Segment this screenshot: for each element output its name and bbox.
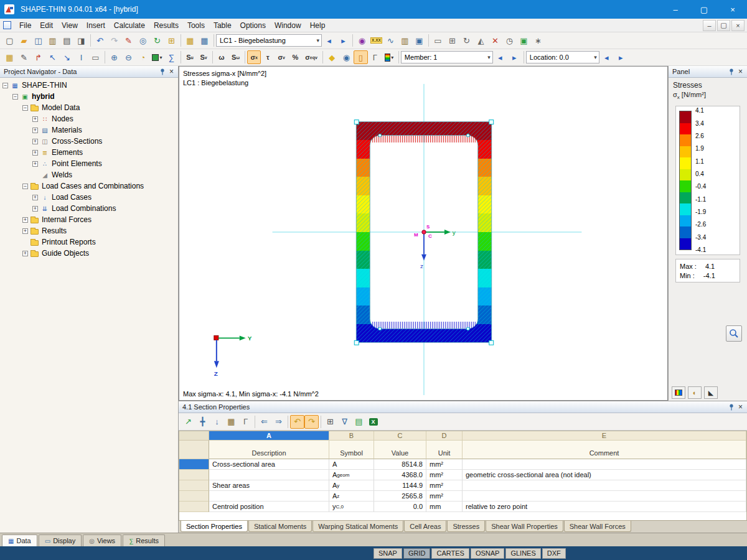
menu-options[interactable]: Options: [236, 19, 270, 32]
menu-results[interactable]: Results: [149, 19, 183, 32]
previous-member-button[interactable]: ◂: [493, 50, 507, 64]
redo-button[interactable]: ↷: [107, 34, 121, 47]
pin-icon[interactable]: [726, 68, 736, 75]
graphics-window[interactable]: y z S M C Y: [179, 66, 668, 401]
zoom-in-button[interactable]: ⊕: [107, 50, 121, 64]
cell-symbol[interactable]: Az: [329, 491, 374, 502]
menu-help[interactable]: Help: [306, 19, 330, 32]
minimize-button[interactable]: –: [661, 0, 690, 19]
render-button[interactable]: ▣: [517, 34, 531, 47]
next-load-case-button[interactable]: ▸: [336, 34, 350, 47]
status-toggle-grid[interactable]: GRID: [403, 548, 431, 559]
navigator-tab-data[interactable]: ▦Data: [2, 534, 37, 546]
stress-sigma-eqv-button[interactable]: σeqv: [302, 50, 321, 64]
cell-unit[interactable]: mm²: [426, 480, 463, 491]
status-toggle-cartes[interactable]: CARTES: [431, 548, 469, 559]
open-button[interactable]: ▰: [17, 34, 31, 47]
edit-pen-button[interactable]: ✎: [121, 34, 136, 47]
row-header-3[interactable]: [179, 480, 209, 491]
previous-location-button[interactable]: ◂: [599, 50, 614, 64]
grid-button[interactable]: ⊞: [445, 34, 459, 47]
expand-icon[interactable]: +: [32, 195, 38, 200]
show-results-button[interactable]: ◉: [355, 34, 369, 47]
cut-view-button[interactable]: ✕: [488, 34, 502, 47]
print-button[interactable]: ▤: [60, 34, 74, 47]
sum-button[interactable]: ∑: [164, 50, 179, 64]
tree-item-internal-forces[interactable]: +Internal Forces: [0, 214, 178, 225]
zoom-out-button[interactable]: ⊖: [121, 50, 136, 64]
table-merge-button[interactable]: ▦: [224, 415, 238, 429]
column-header-b[interactable]: B: [329, 431, 374, 441]
table-first-button[interactable]: ⇐: [257, 415, 271, 429]
tree-item-model-data[interactable]: −Model Data: [0, 102, 178, 113]
column-header-c[interactable]: C: [374, 431, 426, 441]
tree-item-elements[interactable]: +≣Elements: [0, 147, 178, 158]
collapse-icon[interactable]: −: [22, 184, 28, 189]
result-values-button[interactable]: X.XX: [369, 34, 383, 47]
next-member-button[interactable]: ▸: [507, 50, 522, 64]
location-combo[interactable]: Location: 0.0▾: [526, 51, 599, 63]
visibility-button[interactable]: ▭: [431, 34, 445, 47]
cell-comment[interactable]: relative to zero point: [463, 502, 746, 512]
cell-description[interactable]: Cross-sectional area: [209, 459, 329, 470]
print-preview-button[interactable]: ◨: [74, 34, 88, 47]
regenerate-button[interactable]: ↻: [150, 34, 164, 47]
row-header-1[interactable]: [179, 459, 209, 470]
expand-icon[interactable]: +: [32, 150, 38, 156]
cell-value[interactable]: 1144.9: [374, 480, 426, 491]
cell-symbol[interactable]: Ay: [329, 480, 374, 491]
stress-sv-button[interactable]: Sv: [197, 50, 210, 64]
expand-icon[interactable]: +: [32, 161, 38, 167]
pin-icon[interactable]: [157, 68, 167, 75]
cell-description[interactable]: Centroid position: [209, 502, 329, 512]
menu-edit[interactable]: Edit: [35, 19, 57, 32]
max-result-button[interactable]: ◆: [325, 50, 339, 64]
cell-unit[interactable]: mm²: [426, 470, 463, 480]
menu-view[interactable]: View: [57, 19, 82, 32]
mirror-view-button[interactable]: ◭: [474, 34, 488, 47]
expand-icon[interactable]: +: [32, 206, 38, 212]
table-tab-statical-moments[interactable]: Statical Moments: [248, 521, 312, 532]
table-edit-button[interactable]: ▦: [2, 50, 17, 64]
new-file-button[interactable]: ▢: [2, 34, 17, 47]
cell-comment[interactable]: [463, 491, 746, 502]
row-header-5[interactable]: [179, 502, 209, 512]
frame-corner-button[interactable]: Γ: [368, 50, 382, 64]
insert-node-button[interactable]: ↱: [31, 50, 45, 64]
stress-sigma-v-button[interactable]: σv: [275, 50, 288, 64]
tree-item-hybrid[interactable]: −▣hybrid: [0, 91, 178, 102]
close-icon[interactable]: ×: [736, 403, 745, 411]
load-case-combo[interactable]: LC1 - Biegebelastung▾: [216, 34, 322, 47]
table-tab-stresses[interactable]: Stresses: [447, 521, 485, 532]
section-ibeam-button[interactable]: I: [74, 50, 88, 64]
tree-item-welds[interactable]: ◢Welds: [0, 169, 178, 180]
expand-icon[interactable]: +: [32, 128, 38, 133]
column-header-a[interactable]: A: [209, 431, 329, 441]
cell-unit[interactable]: mm: [426, 502, 463, 512]
zoom-details-button[interactable]: [726, 325, 742, 342]
table-chart-button[interactable]: ▤: [352, 415, 366, 429]
tree-item-point-elements[interactable]: +∴Point Elements: [0, 158, 178, 169]
display-properties-button[interactable]: ◐: [688, 386, 702, 399]
cell-value[interactable]: 0.0: [374, 502, 426, 512]
tree-item-guide-objects[interactable]: +Guide Objects: [0, 248, 178, 259]
navigator-tab-views[interactable]: ◎Views: [83, 534, 121, 546]
cell-value[interactable]: 4368.0: [374, 470, 426, 480]
mdi-close-button[interactable]: ×: [731, 20, 745, 31]
expand-icon[interactable]: +: [22, 251, 28, 256]
section-view[interactable]: y z S M C Y: [179, 67, 667, 400]
select-region-button[interactable]: ▭: [88, 50, 103, 64]
panel-toggle-button[interactable]: ▯: [354, 50, 368, 64]
table-tab-cell-areas[interactable]: Cell Areas: [404, 521, 446, 532]
status-toggle-osnap[interactable]: OSNAP: [471, 548, 505, 559]
stress-omega-button[interactable]: ω: [215, 50, 228, 64]
pin-icon[interactable]: [726, 404, 736, 411]
expand-icon[interactable]: +: [32, 139, 38, 144]
expand-icon[interactable]: +: [32, 116, 38, 122]
tree-item-printout-reports[interactable]: Printout Reports: [0, 236, 178, 248]
chevron-down-icon[interactable]: ▾: [314, 37, 319, 44]
mdi-minimize-button[interactable]: –: [703, 20, 716, 31]
mdi-restore-button[interactable]: ▢: [717, 20, 730, 31]
stress-s-omega-button[interactable]: Sω: [228, 50, 243, 64]
history-button[interactable]: ◷: [502, 34, 517, 47]
